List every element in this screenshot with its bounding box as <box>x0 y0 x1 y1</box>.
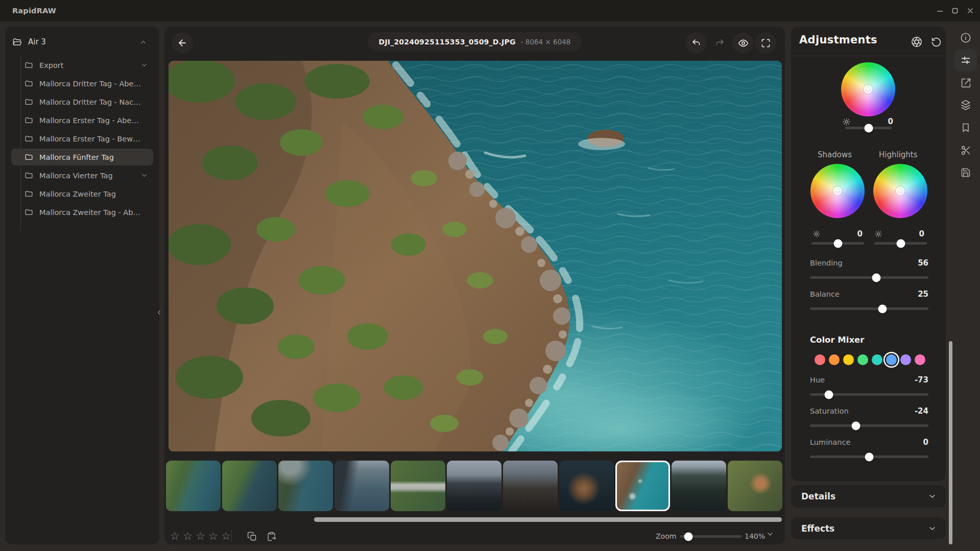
color-grading-wheel-shadows[interactable] <box>810 164 865 218</box>
presets-tool-button[interactable] <box>954 116 977 139</box>
redo-button[interactable] <box>709 32 730 54</box>
copy-settings-button[interactable] <box>244 529 259 543</box>
star-icon[interactable]: ☆ <box>170 529 180 543</box>
slider-knob[interactable] <box>878 304 887 313</box>
right-toolbar <box>951 27 980 544</box>
filmstrip-thumbnail[interactable] <box>278 461 333 511</box>
adjustments-tool-button[interactable] <box>954 49 977 71</box>
wheel-knob[interactable] <box>833 187 842 196</box>
filmstrip-thumbnail[interactable] <box>447 461 501 511</box>
sidebar-root-folder[interactable]: Air 3 <box>12 33 152 51</box>
slider-knob[interactable] <box>833 239 842 248</box>
close-button[interactable] <box>963 3 978 18</box>
maximize-button[interactable] <box>947 3 963 18</box>
color-swatch-yellow[interactable] <box>843 354 854 365</box>
sidebar-item-label: Mallorca Dritter Tag - Abe… <box>39 80 153 88</box>
sidebar-item[interactable]: Mallorca Erster Tag - Bew… <box>11 130 153 147</box>
color-swatch-purple[interactable] <box>900 354 911 365</box>
sidebar-item[interactable]: Mallorca Erster Tag - Abe… <box>11 112 153 129</box>
fullscreen-button[interactable] <box>755 32 776 54</box>
filmstrip-thumbnail[interactable] <box>559 461 614 511</box>
balance-slider[interactable] <box>810 307 928 310</box>
filmstrip-thumbnail[interactable] <box>222 461 277 511</box>
zoom-dropdown[interactable] <box>766 530 774 538</box>
star-rating[interactable]: ☆☆☆☆☆ <box>170 529 231 543</box>
sidebar-item[interactable]: Mallorca Zweiter Tag - Ab… <box>11 204 153 221</box>
star-icon[interactable]: ☆ <box>221 529 231 543</box>
slider-knob[interactable] <box>865 452 874 461</box>
app-title: RapidRAW <box>12 0 56 21</box>
sidebar-item[interactable]: Mallorca Dritter Tag - Abe… <box>11 75 153 92</box>
filmstrip-thumbnail-selected[interactable] <box>615 461 670 511</box>
zoom-slider-knob[interactable] <box>684 532 692 541</box>
layers-tool-button[interactable] <box>954 94 977 116</box>
filmstrip-thumbnail[interactable] <box>728 461 782 511</box>
undo-button[interactable] <box>685 32 707 54</box>
wheel-knob[interactable] <box>896 187 905 196</box>
chevron-down-icon[interactable] <box>140 61 148 69</box>
info-tool-button[interactable] <box>954 27 977 49</box>
shadows-luminance-slider[interactable] <box>811 242 864 245</box>
color-grading-wheel-highlights[interactable] <box>873 164 927 218</box>
minimize-button[interactable] <box>932 3 947 18</box>
save-tool-button[interactable] <box>954 161 977 184</box>
reset-adjustments-button[interactable] <box>929 35 943 49</box>
paste-settings-button[interactable] <box>264 529 279 543</box>
sidebar-item[interactable]: Mallorca Vierter Tag <box>11 167 153 184</box>
chevron-up-icon[interactable] <box>139 38 147 46</box>
sidebar-item[interactable]: Mallorca Dritter Tag - Nac… <box>11 93 153 110</box>
export-tool-button[interactable] <box>954 71 977 94</box>
color-swatch-orange[interactable] <box>829 354 840 365</box>
color-swatch-green[interactable] <box>857 354 868 365</box>
hue-label: Hue <box>810 376 825 384</box>
color-swatch-red[interactable] <box>815 354 825 365</box>
star-icon[interactable]: ☆ <box>208 529 219 543</box>
preview-original-button[interactable] <box>732 32 754 54</box>
color-swatch-pink[interactable] <box>915 354 925 365</box>
slider-knob[interactable] <box>852 421 861 430</box>
effects-section[interactable]: Effects <box>791 517 946 539</box>
chevron-down-icon[interactable] <box>140 172 148 179</box>
slider-knob[interactable] <box>896 239 905 248</box>
luminance-slider[interactable] <box>810 456 928 458</box>
sidebar-collapse-handle[interactable] <box>154 305 164 320</box>
folder-icon <box>25 134 33 143</box>
folder-icon <box>25 189 33 198</box>
slider-knob[interactable] <box>864 124 873 132</box>
sidebar-item[interactable]: Mallorca Zweiter Tag <box>11 185 153 202</box>
filmstrip-thumbnail[interactable] <box>334 461 389 511</box>
filmstrip-scrollbar[interactable] <box>314 517 782 522</box>
color-swatch-teal[interactable] <box>872 354 882 365</box>
blending-label: Blending <box>810 259 843 267</box>
blending-value: 56 <box>898 258 928 268</box>
zoom-slider[interactable] <box>680 535 742 538</box>
color-grading-wheel-global[interactable] <box>841 62 895 116</box>
global-luminance-slider[interactable] <box>845 127 892 129</box>
auto-adjust-button[interactable] <box>910 35 923 49</box>
blending-slider[interactable] <box>810 276 928 279</box>
details-section[interactable]: Details <box>791 485 946 508</box>
adjustments-panel: Adjustments 0 Shadows Highlights 0 <box>791 27 946 481</box>
highlights-luminance-slider[interactable] <box>874 242 927 245</box>
filmstrip-thumbnail[interactable] <box>503 461 558 511</box>
star-icon[interactable]: ☆ <box>195 529 206 543</box>
sidebar-item-export[interactable]: Export <box>11 57 153 74</box>
back-button[interactable] <box>172 32 193 54</box>
filmstrip-thumbnail[interactable] <box>391 461 445 511</box>
saturation-slider[interactable] <box>810 424 928 427</box>
copy-icon <box>247 532 257 541</box>
bottombar-divider <box>231 530 232 542</box>
hue-slider[interactable] <box>810 393 928 396</box>
star-icon[interactable]: ☆ <box>182 529 193 543</box>
filmstrip-thumbnail[interactable] <box>672 461 726 511</box>
slider-knob[interactable] <box>825 390 833 399</box>
filmstrip <box>166 461 783 511</box>
masking-tool-button[interactable] <box>954 139 977 161</box>
sidebar-item-label: Mallorca Zweiter Tag - Ab… <box>39 208 153 217</box>
slider-knob[interactable] <box>872 273 880 282</box>
photo-canvas[interactable] <box>169 61 782 451</box>
wheel-knob[interactable] <box>864 85 873 94</box>
color-swatch-blue[interactable] <box>886 354 897 365</box>
sidebar-item-selected[interactable]: Mallorca Fünfter Tag <box>11 149 153 165</box>
filmstrip-thumbnail[interactable] <box>166 461 221 511</box>
